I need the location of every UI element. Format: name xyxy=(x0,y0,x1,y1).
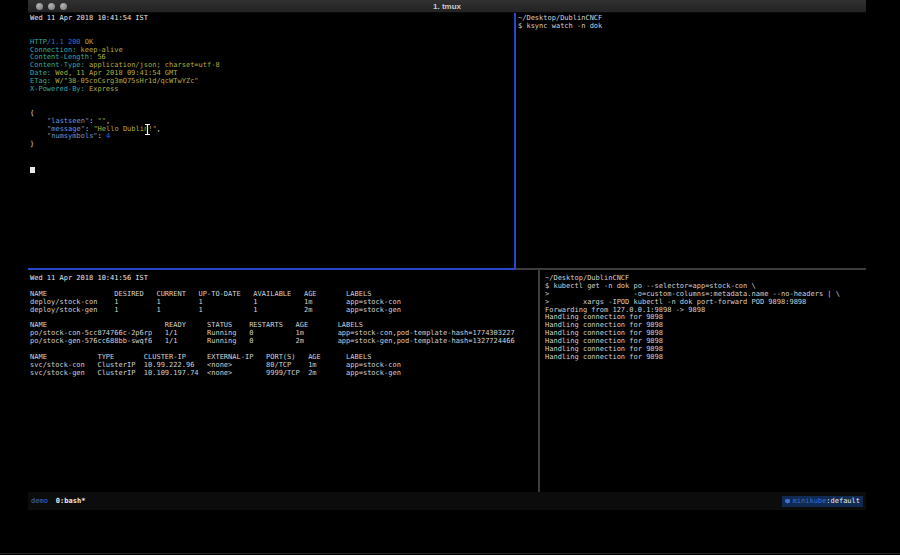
timestamp-line: Wed 11 Apr 2018 10:41:54 IST xyxy=(30,15,514,23)
cursor-line xyxy=(30,165,514,173)
kube-context: minikube xyxy=(793,497,827,505)
http-reason: OK xyxy=(85,38,93,46)
header-value: keep-alive xyxy=(81,46,123,54)
http-header-line: X-Powered-By:Express xyxy=(30,86,514,94)
header-value: Express xyxy=(89,85,119,93)
header-name: Date: xyxy=(30,69,51,77)
header-name: X-Powered-By: xyxy=(30,85,85,93)
json-key: "message" xyxy=(47,125,85,133)
command-line: $ ksync watch -n dok xyxy=(518,23,866,31)
screen-bottom-edge xyxy=(0,553,900,554)
terminal-cursor xyxy=(30,167,35,173)
header-name: ETag: xyxy=(30,77,51,85)
handling-line: Handling connection for 9898 xyxy=(545,354,866,362)
screen: 1. tmux Wed 11 Apr 2018 10:41:54 IST HTT… xyxy=(0,0,900,555)
pane-kubectl-get[interactable]: Wed 11 Apr 2018 10:41:56 IST NAME DESIRE… xyxy=(28,270,538,492)
kube-namespace: :default xyxy=(826,497,860,505)
header-value: application/json; charset=utf-8 xyxy=(89,61,220,69)
pane-http-response[interactable]: Wed 11 Apr 2018 10:41:54 IST HTTP/1.1 20… xyxy=(28,13,514,268)
http-version-code: /1.1 200 xyxy=(47,38,81,46)
json-close-brace: } xyxy=(30,141,514,149)
json-separator: : xyxy=(98,132,106,140)
json-comma: , xyxy=(157,125,161,133)
pane-port-forward[interactable]: ~/Desktop/DublinCNCF $ kubectl get -n do… xyxy=(540,270,866,492)
json-entry: "numsymbols": 4 xyxy=(30,133,514,141)
header-name: Content-Type: xyxy=(30,61,85,69)
status-right-segment: minikube:default xyxy=(782,496,863,507)
header-value: W/"38-05coCsrg3mQ75sHr1d/qcWTwYZc" xyxy=(55,77,198,85)
json-comma: , xyxy=(106,117,110,125)
window-title: 1. tmux xyxy=(28,1,866,12)
http-protocol: HTTP xyxy=(30,38,47,46)
terminal-window: 1. tmux Wed 11 Apr 2018 10:41:54 IST HTT… xyxy=(28,0,866,510)
tmux-status-bar: demo 0:bash* minikube:default xyxy=(28,492,866,510)
header-value: Wed, 11 Apr 2018 09:41:54 GMT xyxy=(55,69,177,77)
session-name: demo xyxy=(31,497,48,505)
window-tab-bash[interactable]: 0:bash* xyxy=(56,497,86,505)
mouse-cursor-ibeam xyxy=(143,123,152,136)
json-separator: : xyxy=(89,117,97,125)
pod-row: po/stock-gen-576cc688bb-swqf6 1/1 Runnin… xyxy=(30,338,538,346)
header-value: 56 xyxy=(97,53,105,61)
json-value: 4 xyxy=(106,132,110,140)
service-row: svc/stock-gen ClusterIP 10.109.197.74 <n… xyxy=(30,370,538,378)
timestamp-line: Wed 11 Apr 2018 10:41:56 IST xyxy=(30,275,538,283)
minikube-hexagon-icon xyxy=(785,499,790,504)
json-key: "numsymbols" xyxy=(47,132,98,140)
window-titlebar[interactable]: 1. tmux xyxy=(28,0,866,13)
json-value: "" xyxy=(98,117,106,125)
json-key: "lastseen" xyxy=(47,117,89,125)
pane-ksync[interactable]: ~/Desktop/DublinCNCF $ ksync watch -n do… xyxy=(516,13,866,268)
header-name: Connection: xyxy=(30,46,76,54)
header-name: Content-Length: xyxy=(30,53,93,61)
deployment-row: deploy/stock-gen 1 1 1 1 2m app=stock-ge… xyxy=(30,307,538,315)
